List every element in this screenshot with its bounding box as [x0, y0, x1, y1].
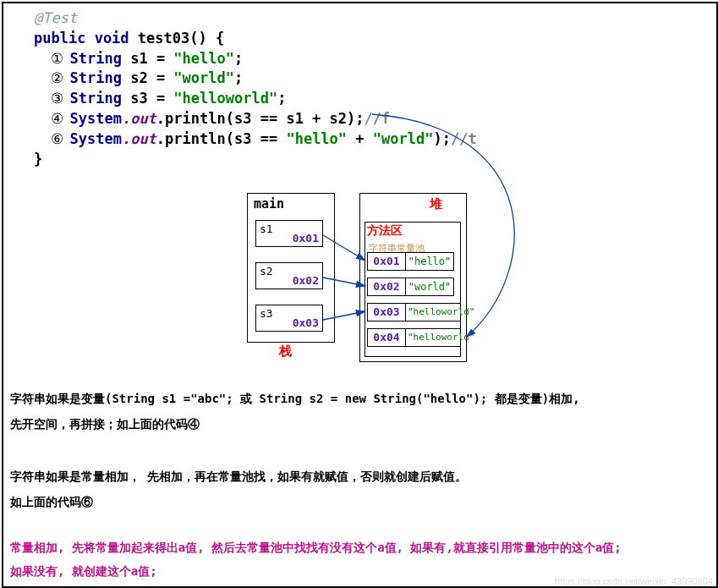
pool-row-4: 0x04"helloworld" [367, 328, 461, 347]
explain-3: 字符串如果是常量相加， 先相加，再在常量池找，如果有就赋值，否则就创建后赋值。 [10, 467, 704, 487]
pool-row-1: 0x01"hello" [367, 252, 454, 271]
pool-row-3: 0x03"helloworld" [367, 303, 461, 321]
explain-5: 常量相加, 先将常量加起来得出a值, 然后去常量池中找找有没有这个a值, 如果有… [10, 538, 712, 558]
stack-title: main [254, 196, 284, 212]
stack-var-s3: s3 0x03 [255, 305, 323, 332]
memory-diagram: main 栈 s1 0x01 s2 0x02 s3 0x03 堆 方法区 字符串… [220, 178, 491, 372]
stack-label: 栈 [279, 343, 292, 360]
pool-row-2: 0x02"world" [367, 278, 454, 296]
stack-var-s1: s1 0x01 [255, 220, 323, 247]
watermark: https://blog.csdn.net/weixin_43990804 [555, 576, 713, 586]
explain-4: 如上面的代码⑥ [10, 492, 704, 513]
stack-var-s2: s2 0x02 [255, 262, 323, 289]
heap-title: 堆 [430, 196, 442, 212]
explain-2: 先开空间，再拼接；如上面的代码④ [10, 415, 704, 435]
explain-1: 字符串如果是变量(String s1 ="abc"; 或 String s2 =… [10, 389, 704, 409]
method-area-title: 方法区 [367, 223, 403, 239]
